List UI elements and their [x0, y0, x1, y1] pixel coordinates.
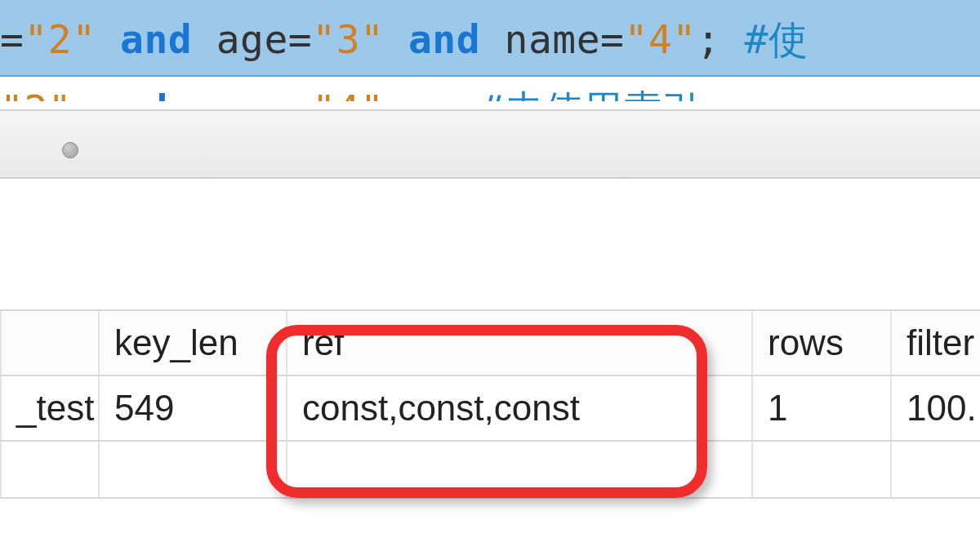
str-val: 2 [48, 16, 72, 62]
sql-line-1[interactable]: ="2" and age="3" and name="4"; #使 [0, 0, 980, 77]
table-header-row: key_len ref rows filter [1, 310, 980, 375]
comment: #未使用索引 [480, 87, 702, 101]
result-table[interactable]: key_len ref rows filter _test 549 const,… [0, 309, 980, 499]
results-tabbar [0, 109, 980, 179]
sql-editor[interactable]: ="2" and age="3" and name="4"; #使 "2" an… [0, 0, 980, 101]
str-val: 4 [648, 16, 672, 62]
str-quote: " [0, 87, 24, 101]
str-quote: " [360, 16, 384, 62]
str-val: 3 [336, 16, 360, 62]
comment: #使 [745, 16, 808, 62]
space [384, 16, 408, 62]
str-quote: " [360, 87, 384, 101]
op-eq: = [288, 16, 312, 62]
space [480, 16, 504, 62]
ident-name: name [504, 16, 600, 62]
col-header-filtered[interactable]: filter [891, 310, 980, 375]
col-header-ref[interactable]: ref [287, 310, 752, 375]
str-val: 4 [336, 87, 360, 101]
cell-filtered[interactable]: 100. [891, 375, 980, 441]
col-header-key[interactable] [1, 310, 99, 375]
space [192, 16, 216, 62]
cell-key-len[interactable]: 549 [99, 375, 287, 441]
op-eq: = [288, 87, 312, 101]
ident-name: name [192, 87, 288, 101]
space [408, 87, 480, 101]
cell-rows[interactable]: 1 [752, 375, 891, 441]
space [168, 87, 192, 101]
explain-result-grid[interactable]: key_len ref rows filter _test 549 const,… [0, 309, 980, 499]
str-quote: " [312, 87, 336, 101]
kw-and: and [96, 87, 168, 101]
semicolon: ; [384, 87, 408, 101]
ident-age: age [216, 16, 288, 62]
table-row-empty [1, 441, 980, 498]
sql-line-2[interactable]: "2" and name="4"; #未使用索引 [0, 77, 980, 101]
cell-key[interactable]: _test [1, 375, 99, 441]
col-header-rows[interactable]: rows [752, 310, 891, 375]
semicolon: ; [697, 16, 720, 62]
tab-indicator-dot-icon[interactable] [62, 142, 78, 158]
op-eq: = [600, 16, 624, 62]
kw-and: and [408, 16, 480, 62]
kw-and: and [120, 16, 192, 62]
table-row[interactable]: _test 549 const,const,const 1 100. [1, 375, 980, 441]
cell-ref[interactable]: const,const,const [287, 375, 752, 441]
str-quote: " [72, 16, 96, 62]
str-quote: " [312, 16, 336, 62]
str-quote: " [672, 16, 696, 62]
space [72, 87, 96, 101]
col-header-key-len[interactable]: key_len [99, 310, 287, 375]
space [96, 16, 120, 62]
space [720, 16, 744, 62]
str-quote: " [48, 87, 72, 101]
str-val: 2 [24, 87, 47, 101]
results-blank-area [0, 179, 980, 309]
str-quote: " [24, 16, 47, 62]
op-eq: = [0, 16, 24, 62]
str-quote: " [624, 16, 648, 62]
